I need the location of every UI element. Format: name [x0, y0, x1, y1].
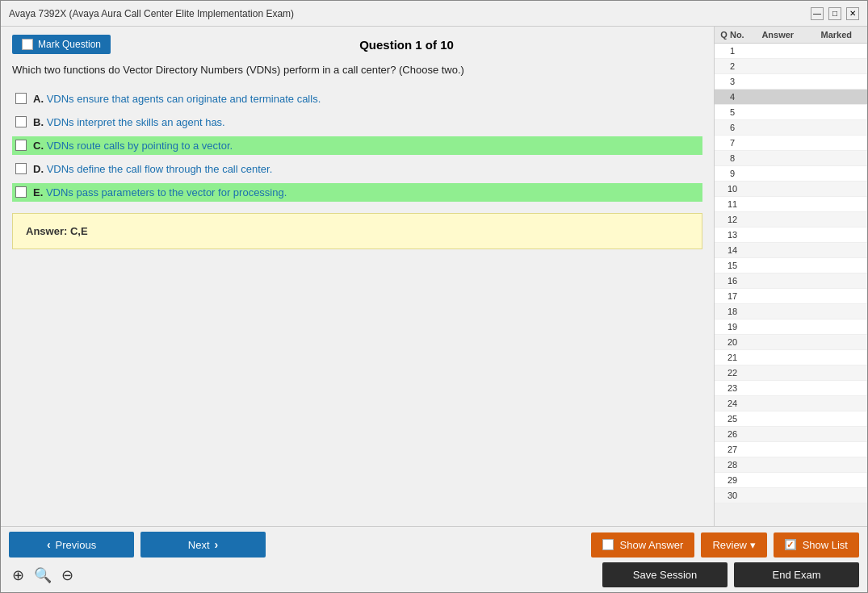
question-list-item[interactable]: 11	[715, 197, 867, 212]
q-marked	[807, 290, 866, 302]
q-marked	[807, 444, 866, 455]
question-list-item[interactable]: 2	[715, 59, 867, 74]
q-number: 12	[716, 214, 748, 225]
previous-label: Previous	[56, 539, 97, 551]
q-answer	[748, 45, 807, 56]
question-list-item[interactable]: 23	[715, 381, 867, 396]
review-label: Review	[712, 539, 747, 551]
question-list-item[interactable]: 10	[715, 182, 867, 197]
zoom-in-button[interactable]: ⊕	[9, 565, 27, 586]
q-answer	[748, 76, 807, 87]
show-answer-checkbox-icon	[602, 539, 614, 550]
question-list-item[interactable]: 16	[715, 274, 867, 289]
sidebar-marked-header: Marked	[807, 30, 866, 40]
end-exam-button[interactable]: End Exam	[734, 562, 859, 587]
question-list-item[interactable]: 27	[715, 442, 867, 457]
question-list-item[interactable]: 25	[715, 411, 867, 427]
q-number: 28	[716, 459, 748, 470]
q-number: 26	[716, 428, 748, 440]
q-answer	[748, 122, 807, 133]
question-list-item[interactable]: 18	[715, 304, 867, 319]
q-marked	[807, 398, 866, 409]
q-answer	[748, 229, 807, 240]
next-button[interactable]: Next ›	[140, 532, 266, 558]
q-answer	[748, 152, 807, 164]
zoom-normal-button[interactable]: 🔍	[31, 565, 55, 586]
question-list-item[interactable]: 17	[715, 289, 867, 304]
mark-question-label: Mark Question	[38, 39, 101, 50]
option-a-checkbox[interactable]	[15, 93, 27, 104]
option-d-row[interactable]: D. VDNs define the call flow through the…	[12, 160, 702, 178]
sidebar-answer-header: Answer	[748, 30, 807, 40]
mark-question-button[interactable]: Mark Question	[12, 35, 111, 54]
option-e-checkbox[interactable]	[15, 186, 27, 198]
q-answer	[748, 198, 807, 210]
question-list-item[interactable]: 26	[715, 427, 867, 442]
show-answer-label: Show Answer	[620, 539, 684, 551]
q-marked	[807, 106, 866, 118]
question-list-item[interactable]: 21	[715, 350, 867, 365]
q-answer	[748, 398, 807, 409]
question-list-item[interactable]: 1	[715, 44, 867, 59]
window-title: Avaya 7392X (Avaya Aura Call Center Elit…	[9, 8, 294, 19]
question-list-item[interactable]: 29	[715, 473, 867, 488]
question-list-item[interactable]: 24	[715, 396, 867, 411]
q-number: 6	[716, 122, 748, 133]
close-button[interactable]: ✕	[846, 7, 859, 20]
answer-box: Answer: C,E	[12, 213, 702, 249]
question-list-item[interactable]: 14	[715, 243, 867, 258]
q-marked	[807, 76, 866, 87]
question-list-item[interactable]: 5	[715, 105, 867, 120]
option-e-row[interactable]: E. VDNs pass parameters to the vector fo…	[12, 183, 702, 202]
question-list-item[interactable]: 8	[715, 151, 867, 166]
q-answer	[748, 260, 807, 271]
q-answer	[748, 428, 807, 440]
question-list: 1234567891011121314151617181920212223242…	[715, 44, 867, 526]
question-list-item[interactable]: 19	[715, 319, 867, 335]
q-answer	[748, 290, 807, 302]
q-answer	[748, 214, 807, 225]
q-answer	[748, 474, 807, 486]
q-answer	[748, 444, 807, 455]
bottom-two-rows: ⊕ 🔍 ⊖ Save Session End Exam	[9, 562, 859, 587]
option-d-checkbox[interactable]	[15, 163, 27, 174]
minimize-button[interactable]: —	[811, 7, 824, 20]
question-list-item[interactable]: 22	[715, 365, 867, 381]
show-answer-button[interactable]: Show Answer	[591, 532, 695, 558]
maximize-button[interactable]: □	[828, 7, 841, 20]
show-list-button[interactable]: ✓ Show List	[774, 532, 859, 558]
question-list-item[interactable]: 12	[715, 212, 867, 228]
question-list-item[interactable]: 28	[715, 457, 867, 473]
question-title: Question 1 of 10	[111, 38, 702, 52]
q-marked	[807, 260, 866, 271]
q-marked	[807, 321, 866, 332]
window-controls: — □ ✕	[811, 7, 859, 20]
q-marked	[807, 490, 866, 501]
question-list-item[interactable]: 15	[715, 258, 867, 274]
option-c-row[interactable]: C. VDNs route calls by pointing to a vec…	[12, 136, 702, 155]
q-number: 29	[716, 474, 748, 486]
q-answer	[748, 367, 807, 378]
q-number: 1	[716, 45, 748, 56]
q-answer	[748, 336, 807, 348]
question-list-item[interactable]: 20	[715, 335, 867, 350]
question-list-item[interactable]: 4	[715, 90, 867, 105]
q-marked	[807, 168, 866, 179]
prev-chevron-icon: ‹	[47, 538, 51, 551]
option-b-checkbox[interactable]	[15, 116, 27, 127]
question-list-item[interactable]: 13	[715, 228, 867, 243]
question-list-item[interactable]: 7	[715, 136, 867, 151]
q-number: 24	[716, 398, 748, 409]
question-list-item[interactable]: 30	[715, 488, 867, 503]
question-list-item[interactable]: 9	[715, 166, 867, 182]
question-list-item[interactable]: 6	[715, 120, 867, 136]
save-session-button[interactable]: Save Session	[602, 562, 728, 587]
option-b-row[interactable]: B. VDNs interpret the skills an agent ha…	[12, 113, 702, 132]
previous-button[interactable]: ‹ Previous	[9, 532, 134, 558]
option-a-row[interactable]: A. VDNs ensure that agents can originate…	[12, 90, 702, 108]
review-button[interactable]: Review ▾	[701, 532, 766, 558]
option-c-checkbox[interactable]	[15, 140, 27, 151]
q-marked	[807, 275, 866, 286]
zoom-out-button[interactable]: ⊖	[58, 565, 77, 586]
question-list-item[interactable]: 3	[715, 74, 867, 90]
